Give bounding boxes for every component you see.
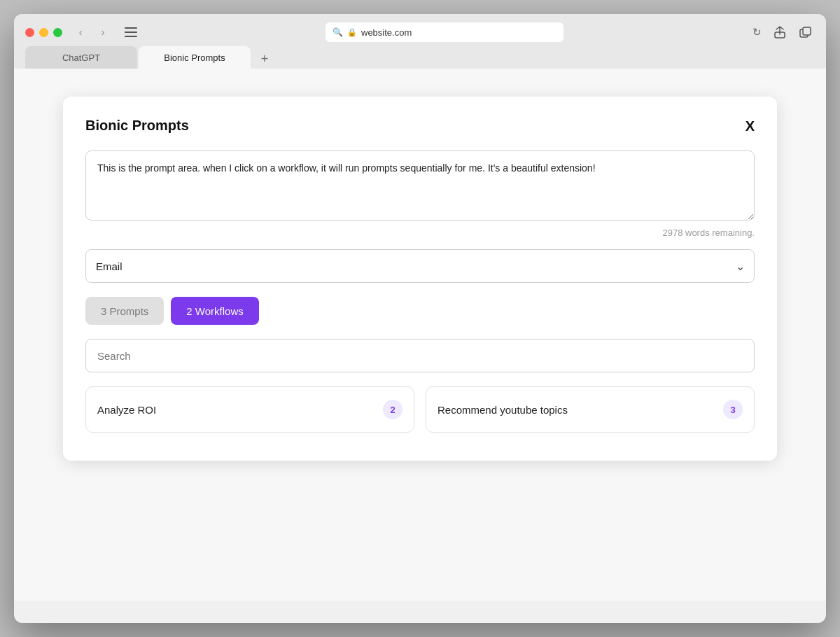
workflow-card-analyze-roi[interactable]: Analyze ROI 2 [85, 386, 414, 433]
sidebar-toggle-button[interactable] [121, 24, 141, 40]
search-input[interactable] [85, 339, 755, 372]
svg-rect-1 [125, 31, 137, 33]
search-icon: 🔍 [332, 27, 343, 37]
dropdown-wrapper: Email Blog Post Social Media YouTube ⌄ [85, 249, 755, 283]
tab-buttons: 3 Prompts 2 Workflows [85, 297, 755, 325]
category-dropdown[interactable]: Email Blog Post Social Media YouTube [85, 249, 755, 283]
modal-header: Bionic Prompts X [85, 118, 755, 134]
browser-actions [770, 24, 815, 40]
share-button[interactable] [770, 24, 790, 40]
workflow-badge-count: 2 [383, 400, 402, 419]
new-window-button[interactable] [795, 24, 815, 40]
modal-title: Bionic Prompts [85, 118, 189, 134]
prompt-textarea[interactable]: This is the prompt area. when I click on… [85, 150, 755, 220]
title-bar: ‹ › 🔍 🔒 website.com ↻ [14, 14, 826, 42]
minimize-window-button[interactable] [39, 28, 48, 37]
nav-buttons: ‹ › [71, 24, 113, 40]
workflow-card-title: Analyze ROI [97, 404, 156, 416]
modal-close-button[interactable]: X [746, 119, 755, 133]
svg-rect-0 [125, 27, 137, 29]
modal: Bionic Prompts X This is the prompt area… [63, 97, 777, 461]
address-bar[interactable]: 🔍 🔒 website.com [326, 22, 564, 42]
svg-rect-2 [125, 36, 137, 37]
workflow-cards: Analyze ROI 2 Recommend youtube topics 3 [85, 386, 755, 433]
url-text: website.com [361, 27, 412, 38]
prompts-tab-button[interactable]: 3 Prompts [85, 297, 164, 325]
workflow-card-recommend-youtube[interactable]: Recommend youtube topics 3 [426, 386, 755, 433]
page-content: Bionic Prompts X This is the prompt area… [14, 69, 826, 601]
tabs-bar: ChatGPT Bionic Prompts + [14, 42, 826, 69]
workflows-tab-button[interactable]: 2 Workflows [171, 297, 258, 325]
tab-bionic-prompts-label: Bionic Prompts [164, 52, 225, 63]
workflow-badge-count: 3 [723, 400, 743, 419]
browser-window: ‹ › 🔍 🔒 website.com ↻ [14, 14, 826, 623]
address-bar-container: 🔍 🔒 website.com [149, 22, 740, 42]
tab-chatgpt-label: ChatGPT [62, 52, 100, 63]
maximize-window-button[interactable] [53, 28, 62, 37]
tab-chatgpt[interactable]: ChatGPT [25, 46, 137, 69]
forward-button[interactable]: › [93, 24, 113, 40]
lock-icon: 🔒 [347, 28, 357, 37]
back-button[interactable]: ‹ [71, 24, 90, 40]
tab-bionic-prompts[interactable]: Bionic Prompts [139, 46, 251, 69]
add-tab-button[interactable]: + [255, 49, 274, 69]
words-remaining: 2978 words remaining. [85, 227, 755, 238]
close-window-button[interactable] [25, 28, 34, 37]
svg-rect-5 [803, 27, 811, 35]
reload-button[interactable]: ↻ [752, 26, 762, 38]
workflow-card-title: Recommend youtube topics [438, 404, 568, 416]
traffic-lights [25, 28, 62, 37]
